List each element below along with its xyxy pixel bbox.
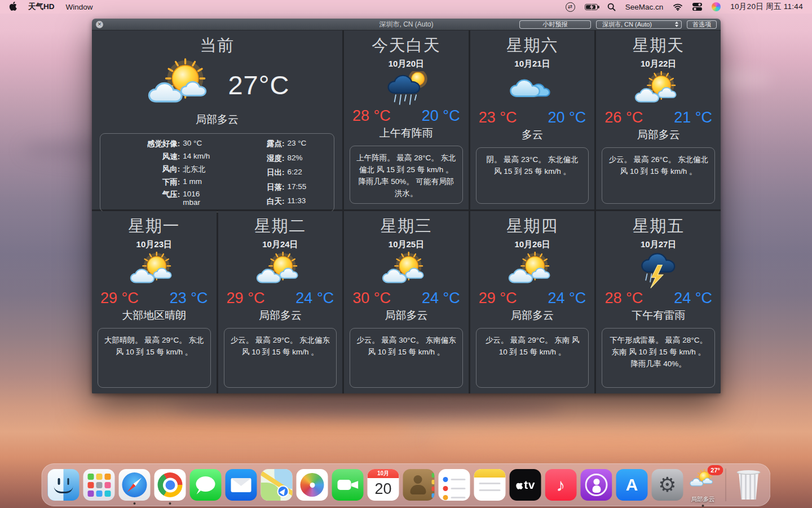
detail-value: 23 °C — [284, 139, 329, 149]
weather-badge: 27° — [708, 465, 723, 475]
forecast-description: 下午形成雷暴。 最高 28°C。 东南 风 10 到 15 每 km/h 。 降… — [602, 328, 715, 388]
dock-mail-icon[interactable] — [226, 469, 257, 501]
detail-label: 日出: — [217, 168, 284, 178]
dock-notes-icon[interactable] — [474, 469, 506, 501]
menubar-app-name[interactable]: 天气HD — [28, 2, 55, 12]
detail-value: 北东北 — [180, 164, 217, 174]
dock-settings-icon[interactable]: ⚙ — [652, 469, 683, 501]
forecast-condition: 上午有阵雨 — [344, 126, 469, 141]
calendar-day: 20 — [368, 478, 399, 500]
dock-facetime-icon[interactable] — [332, 469, 364, 501]
dock-finder-icon[interactable] — [48, 469, 80, 501]
forecast-description: 少云。 最高 29°C。 东南 风 10 到 15 每 km/h 。 — [476, 328, 589, 388]
current-title: 当前 — [92, 34, 342, 57]
forecast-condition: 局部多云 — [344, 308, 469, 323]
select-chevrons-icon — [675, 21, 678, 27]
high-temperature: 23 °C — [479, 109, 517, 126]
dock-reminders-icon[interactable] — [439, 469, 470, 501]
forecast-day: 星期三 — [344, 215, 469, 238]
forecast-condition: 局部多云 — [596, 128, 721, 142]
running-indicator — [702, 505, 704, 507]
weather-icon — [499, 252, 566, 289]
dock-appstore-icon[interactable]: A — [616, 469, 648, 501]
forecast-card-sunday: 星期天 10月22日 26 °C21 °C 局部多云 少云。 最高 26°C。 … — [596, 30, 721, 209]
dock-trash-icon[interactable] — [733, 469, 765, 501]
detail-value: 82% — [284, 154, 329, 164]
menubar-status-area: ⇄ SeeMac.cn 10月20日 周五 11:44 — [566, 2, 803, 12]
dock-messages-icon[interactable] — [190, 469, 222, 501]
switch-icon[interactable]: ⇄ — [566, 2, 575, 12]
running-indicator — [134, 502, 136, 505]
location-select-value: 深圳市, CN (Auto) — [602, 21, 652, 28]
menu-bar: 天气HD Window ⇄ SeeMac.cn 10月20日 周五 11:44 — [0, 0, 812, 14]
calendar-month: 10月 — [368, 469, 399, 478]
dock-chrome-icon[interactable] — [155, 469, 186, 501]
low-temperature: 24 °C — [674, 290, 712, 307]
dock-calendar-icon[interactable]: 10月20 — [368, 469, 399, 501]
forecast-description: 少云。 最高 30°C。 东南偏东 风 10 到 15 每 km/h 。 — [350, 328, 463, 388]
current-weather-icon — [144, 58, 219, 111]
apple-menu[interactable] — [9, 2, 17, 12]
search-icon[interactable] — [607, 3, 616, 11]
forecast-day: 星期二 — [218, 215, 343, 238]
detail-value: 1016 mbar — [180, 190, 217, 207]
low-temperature: 24 °C — [295, 290, 334, 307]
forecast-day: 星期六 — [470, 34, 595, 57]
window-titlebar[interactable]: ✕ 深圳市, CN (Auto) 小时预报 深圳市, CN (Auto) 首选项 — [92, 19, 721, 30]
detail-label: 风向: — [105, 164, 180, 174]
weather-icon — [373, 71, 439, 107]
dock-podcasts-icon[interactable] — [581, 469, 612, 501]
forecast-description: 上午阵雨。 最高 28°C。 东北偏北 风 15 到 25 每 km/h 。 降… — [350, 146, 463, 204]
weather-icon — [499, 71, 566, 108]
preferences-button[interactable]: 首选项 — [687, 20, 717, 29]
dock-safari-icon[interactable] — [119, 469, 151, 501]
hourly-forecast-button[interactable]: 小时预报 — [519, 20, 591, 29]
detail-value: 14 km/h — [180, 152, 217, 162]
control-center-icon[interactable] — [692, 3, 702, 11]
forecast-date: 10月21日 — [470, 59, 595, 69]
menubar-status-text[interactable]: SeeMac.cn — [625, 3, 664, 11]
forecast-card-monday: 星期一 10月23日 29 °C23 °C 大部地区晴朗 大部晴朗。 最高 29… — [92, 211, 217, 393]
forecast-condition: 局部多云 — [218, 308, 343, 323]
close-button[interactable]: ✕ — [96, 21, 103, 28]
dock-contacts-icon[interactable] — [403, 469, 435, 501]
wifi-icon[interactable] — [673, 3, 683, 11]
high-temperature: 29 °C — [227, 290, 265, 307]
menubar-window-menu[interactable]: Window — [66, 3, 93, 11]
high-temperature: 28 °C — [352, 107, 391, 125]
forecast-card-thursday: 星期四 10月26日 29 °C24 °C 局部多云 少云。 最高 29°C。 … — [470, 211, 595, 393]
detail-value: 11:33 — [284, 196, 329, 207]
dock-appletv-icon[interactable]: tv — [510, 469, 541, 501]
dock-weather-hd-icon[interactable]: 27° 局部多云 — [687, 469, 719, 501]
forecast-day: 星期一 — [92, 215, 217, 238]
dock-divider — [726, 468, 726, 501]
location-select[interactable]: 深圳市, CN (Auto) — [596, 20, 682, 29]
forecast-card-tuesday: 星期二 10月24日 29 °C24 °C 局部多云 少云。 最高 29°C。 … — [218, 211, 343, 393]
gear-icon: ⚙ — [658, 475, 676, 495]
forecast-card-saturday: 星期六 10月21日 23 °C20 °C 多云 阴。 最高 23°C。 东北偏… — [470, 30, 595, 209]
low-temperature: 24 °C — [422, 290, 460, 307]
apple-logo-icon — [515, 481, 523, 489]
forecast-condition: 大部地区晴朗 — [92, 308, 217, 323]
dock-photos-icon[interactable] — [297, 469, 328, 501]
low-temperature: 20 °C — [548, 109, 586, 126]
detail-label: 感觉好像: — [105, 139, 180, 149]
battery-icon[interactable] — [585, 4, 598, 10]
forecast-grid: 当前 27°C 局部多云 感觉好像:30 °C 风速:14 km/h 风向:北东… — [92, 30, 721, 393]
menubar-clock[interactable]: 10月20日 周五 11:44 — [730, 2, 803, 12]
dock-music-icon[interactable]: ♪ — [545, 469, 577, 501]
siri-icon[interactable] — [712, 2, 721, 11]
detail-label: 气压: — [105, 190, 180, 207]
current-temperature: 27°C — [228, 69, 289, 100]
detail-value: 6:22 — [284, 168, 329, 178]
detail-value: 17:55 — [284, 182, 329, 192]
forecast-card-friday: 星期五 10月27日 28 °C24 °C 下午有雷雨 下午形成雷暴。 最高 2… — [596, 211, 721, 393]
low-temperature: 24 °C — [548, 290, 586, 307]
forecast-description: 少云。 最高 29°C。 东北偏东 风 10 到 15 每 km/h 。 — [224, 328, 337, 388]
high-temperature: 30 °C — [352, 290, 391, 307]
forecast-date: 10月27日 — [596, 239, 721, 250]
forecast-date: 10月25日 — [344, 239, 469, 250]
dock-launchpad-icon[interactable] — [83, 469, 115, 501]
sunset-cloud — [68, 415, 417, 441]
dock-maps-icon[interactable] — [261, 469, 293, 501]
